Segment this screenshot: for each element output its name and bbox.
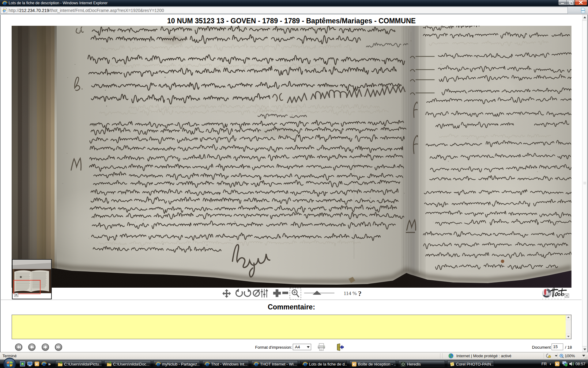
svg-text:?: ?	[358, 290, 362, 297]
svg-text:114 %: 114 %	[344, 290, 357, 296]
